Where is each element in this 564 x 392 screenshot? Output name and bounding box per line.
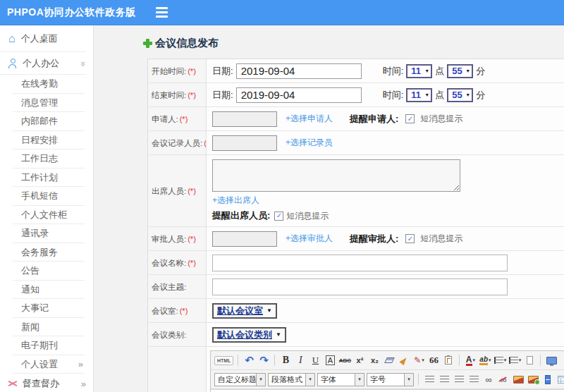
sidebar-subitem[interactable]: 新闻 <box>0 318 93 337</box>
applicant-input[interactable] <box>212 111 277 127</box>
eraser-icon <box>384 357 395 363</box>
italic-button[interactable]: I <box>294 353 307 367</box>
blockquote-button[interactable]: 66 <box>427 353 440 367</box>
new-document-button[interactable] <box>523 353 536 367</box>
form-row-start-time: 开始时间:(*) 日期: 时间: 11▼ 点 55▼ 分 <box>148 59 564 83</box>
page-title: 会议信息发布 <box>155 37 219 50</box>
hour-unit: 点 <box>435 65 444 78</box>
start-date-input[interactable] <box>236 63 362 79</box>
caret-down-icon: ▾ <box>504 357 507 363</box>
sidebar-subitem-label: 通讯录 <box>21 224 49 243</box>
remove-link-button[interactable]: ∞ <box>497 372 510 386</box>
applicant-sms-checkbox[interactable]: ✓ <box>405 114 415 123</box>
page-icon <box>527 356 533 365</box>
remove-format-button[interactable] <box>383 353 396 367</box>
sidebar-subitem[interactable]: 个人文件柜 <box>0 206 93 225</box>
sidebar-subitem[interactable]: 在线考勤 <box>0 75 93 94</box>
sidebar-subitem[interactable]: 日程安排 <box>0 131 93 150</box>
underline-button[interactable]: U <box>309 353 321 367</box>
end-hour-select[interactable]: 11▼ <box>406 88 432 102</box>
start-hour-select[interactable]: 11▼ <box>406 64 432 78</box>
sidebar-subitem-label: 消息管理 <box>21 94 58 113</box>
editor-content-area[interactable] <box>211 389 564 392</box>
editor-toolbar-row2: 自定义标题▾ 段落格式▾ 字体▾ 字号▾ ∞ ∞ <box>211 370 564 389</box>
insert-image-button[interactable] <box>512 372 525 386</box>
align-left-button[interactable] <box>423 372 436 386</box>
start-minute-select[interactable]: 55▼ <box>447 64 473 78</box>
align-justify-button[interactable] <box>467 372 480 386</box>
html-source-button[interactable]: HTML <box>214 353 233 367</box>
sidebar-subitem[interactable]: 通知 <box>0 281 93 300</box>
align-center-button[interactable] <box>438 372 450 386</box>
attendees-sms-checkbox[interactable]: ✓ <box>274 212 283 221</box>
undo-button[interactable]: ↶ <box>243 353 255 367</box>
fullscreen-button[interactable] <box>545 353 558 367</box>
sidebar-subitem[interactable]: 会务服务 <box>0 243 93 262</box>
heading-style-select[interactable]: 自定义标题▾ <box>214 373 266 386</box>
sidebar-subitem[interactable]: 通讯录 <box>0 224 93 243</box>
sidebar-subitem-label: 新闻 <box>21 318 39 337</box>
end-date-input[interactable] <box>236 87 362 103</box>
format-brush-button[interactable] <box>398 353 410 367</box>
approver-input[interactable] <box>212 231 277 247</box>
sms-label: 短消息提示 <box>420 113 462 125</box>
ordered-list-button[interactable]: ▾ <box>494 353 506 367</box>
meeting-category-select[interactable]: 默认会议类别▼ <box>212 327 286 343</box>
font-family-select[interactable]: 字体▾ <box>317 373 364 386</box>
quick-format-button[interactable]: ✎▾ <box>412 353 425 367</box>
check-icon: ✓ <box>276 212 282 219</box>
paragraph-format-select[interactable]: 段落格式▾ <box>268 373 315 386</box>
approver-sms-checkbox[interactable]: ✓ <box>405 234 415 243</box>
select-attendees-link[interactable]: +选择出席人 <box>212 195 259 207</box>
select-recorder-link[interactable]: +选择记录员 <box>286 137 333 149</box>
paste-word-button[interactable] <box>442 353 455 367</box>
unordered-list-button[interactable]: ▾ <box>508 353 521 367</box>
quote-icon: 66 <box>429 355 439 366</box>
font-size-select[interactable]: 字号▾ <box>367 373 414 386</box>
sidebar-subitem[interactable]: 电子期刊 <box>0 336 93 355</box>
caret-down-icon: ▾ <box>256 374 265 386</box>
meeting-room-select[interactable]: 默认会议室▼ <box>212 303 277 319</box>
meeting-name-input[interactable] <box>212 255 508 271</box>
insert-table-button[interactable] <box>556 372 564 386</box>
sidebar-subitem[interactable]: 消息管理 <box>0 94 93 113</box>
highlight-button[interactable]: ab▾ <box>479 353 491 367</box>
font-color-button[interactable]: A▾ <box>464 353 477 367</box>
insert-media-button[interactable] <box>527 372 539 386</box>
superscript-button[interactable]: x² <box>353 353 366 367</box>
strikethrough-button[interactable]: ABC <box>338 353 351 367</box>
sidebar-item-supervise[interactable]: 督查督办 » <box>0 374 93 392</box>
align-right-button[interactable] <box>453 372 465 386</box>
page-break-button[interactable] <box>541 372 554 386</box>
hamburger-menu-icon[interactable] <box>156 7 168 18</box>
sidebar-subitem-settings[interactable]: 个人设置 » <box>0 355 93 374</box>
sidebar-subitem[interactable]: 工作日志 <box>0 149 93 169</box>
sidebar-item-office[interactable]: 个人办公 » <box>0 52 93 75</box>
field-label: 会议名称: <box>152 259 186 267</box>
italic-icon: I <box>299 355 302 366</box>
font-style-button[interactable]: A <box>324 353 336 367</box>
home-icon: ⌂ <box>8 33 16 44</box>
bold-button[interactable]: B <box>279 353 292 367</box>
recorder-input[interactable] <box>212 135 277 151</box>
sidebar-subitem[interactable]: 内部邮件 <box>0 112 93 131</box>
redo-button[interactable]: ↷ <box>257 353 270 367</box>
subscript-button[interactable]: x₂ <box>368 353 381 367</box>
sidebar-item-desktop[interactable]: ⌂ 个人桌面 <box>0 25 93 52</box>
form-row-editor: HTML ↶ ↷ B I U A ABC x² x₂ <box>148 347 564 392</box>
meeting-subject-input[interactable] <box>212 278 508 295</box>
subscript-icon: x₂ <box>371 356 379 365</box>
sidebar-item-label: 督查督办 <box>23 377 59 390</box>
end-minute-select[interactable]: 55▼ <box>447 88 473 102</box>
sidebar-subitem[interactable]: 手机短信 <box>0 187 93 206</box>
select-approver-link[interactable]: +选择审批人 <box>286 233 333 245</box>
sidebar-subitem[interactable]: 公告 <box>0 262 93 281</box>
sidebar-subitem[interactable]: 大事记 <box>0 299 93 318</box>
sidebar-subitem-label: 手机短信 <box>21 187 58 206</box>
sidebar-subitem[interactable]: 工作计划 <box>0 169 93 188</box>
attendees-textarea[interactable] <box>212 159 460 192</box>
insert-link-button[interactable]: ∞ <box>482 372 495 386</box>
required-marker: (*) <box>180 307 188 315</box>
image-icon <box>513 376 524 384</box>
select-applicant-link[interactable]: +选择申请人 <box>286 113 333 125</box>
